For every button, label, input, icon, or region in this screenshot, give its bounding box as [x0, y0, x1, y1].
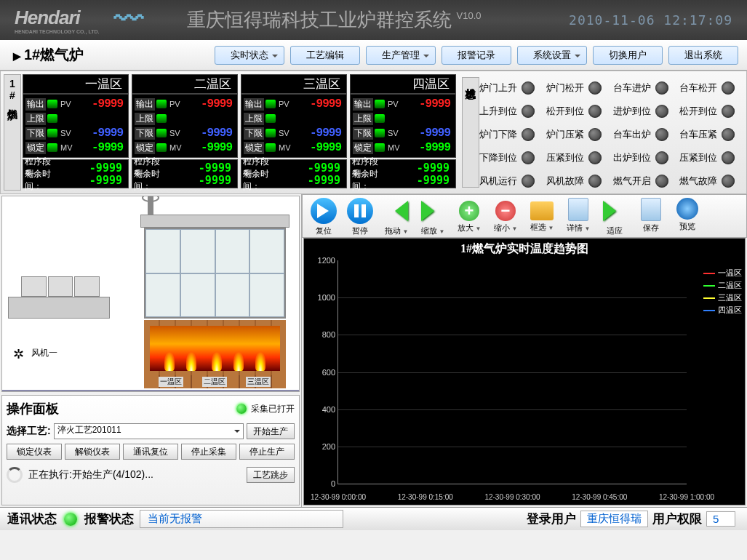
menu-1[interactable]: 工艺编辑: [290, 46, 360, 65]
tb-缩小[interactable]: 缩小 ▼: [487, 196, 524, 235]
system-version: V10.0: [457, 10, 482, 21]
y-tick: 400: [309, 405, 335, 414]
furnace-side-label: 1#燃气炉: [4, 74, 21, 191]
perm-label: 用户权限: [652, 511, 702, 527]
process-select-label: 选择工艺:: [7, 425, 51, 438]
legend-item: 四温区: [703, 305, 742, 316]
cp-btn-1[interactable]: 解锁仪表: [65, 444, 120, 460]
zone-2-foot-1: 剩余时间：-9999: [243, 174, 345, 186]
diagram-zone3-label: 三温区: [246, 377, 271, 387]
zone-0: 一温区 输出PV-9999上限下限SV-9999锁定MV-9999 程序段号：-…: [23, 74, 129, 191]
status-dot-icon: [588, 105, 602, 118]
mech-12: 下降到位: [479, 147, 539, 169]
status-dot-icon: [522, 128, 535, 141]
mech-status-panel: 机械状态 炉门上升炉门松开台车进炉台车松开上升到位松开到位进炉到位松开到位炉门下…: [458, 74, 743, 191]
status-dot-icon: [655, 105, 668, 118]
y-tick: 600: [309, 368, 335, 377]
zone-3: 四温区 输出PV-9999上限下限SV-9999锁定MV-9999 程序段号：-…: [350, 74, 456, 191]
tb-适应[interactable]: 适应: [596, 196, 633, 238]
mech-1: 炉门松开: [546, 77, 606, 99]
menu-4[interactable]: 系统设置: [517, 46, 587, 65]
led-icon: [47, 143, 57, 152]
tb-暂停[interactable]: 暂停: [342, 196, 378, 238]
cp-btn-3[interactable]: 停止采集: [181, 444, 236, 460]
process-select-value: 淬火工艺201011: [57, 425, 121, 435]
zone-2-row-2: 下限SV-9999: [244, 126, 344, 140]
logo-text: Hendari: [15, 7, 80, 28]
zone-3-foot-1: 剩余时间：-9999: [352, 174, 454, 186]
led-icon: [375, 100, 385, 108]
alarm-status-text: 当前无报警: [140, 510, 343, 528]
mech-5: 松开到位: [546, 100, 606, 122]
mech-6: 进炉到位: [613, 100, 673, 122]
zone-2: 三温区 输出PV-9999上限下限SV-9999锁定MV-9999 程序段号：-…: [241, 74, 347, 191]
menu-0[interactable]: 实时状态: [215, 46, 284, 65]
globe-icon: [676, 198, 698, 220]
zone-0-row-3: 锁定MV-9999: [25, 140, 126, 155]
comm-led-icon: [64, 513, 77, 526]
zone-3-row-0: 输出PV-9999: [353, 97, 453, 111]
x-tick: 12-30-99 0:15:00: [398, 493, 453, 501]
status-dot-icon: [522, 105, 535, 118]
tb-拖动[interactable]: 拖动 ▼: [378, 196, 415, 238]
status-dot-icon: [722, 128, 735, 141]
control-panel: 操作面板 采集已打开 选择工艺: 淬火工艺201011 开始生产 锁定仪表解锁仪…: [1, 395, 300, 505]
menu-2[interactable]: 生产管理: [366, 46, 436, 65]
tb-缩放[interactable]: 缩放 ▼: [415, 196, 451, 238]
zone-0-row-2: 下限SV-9999: [25, 126, 126, 140]
status-dot-icon: [588, 128, 602, 141]
led-icon: [156, 100, 167, 108]
menu-5[interactable]: 切换用户: [593, 46, 663, 65]
status-dot-icon: [588, 175, 602, 188]
mech-10: 台车出炉: [613, 124, 673, 145]
start-production-button[interactable]: 开始生产: [247, 423, 295, 439]
led-icon: [265, 143, 276, 152]
led-icon: [47, 100, 57, 108]
zone-3-head: 四温区: [350, 74, 456, 94]
menu-3[interactable]: 报警记录: [442, 46, 511, 65]
tb-复位[interactable]: 复位: [305, 196, 342, 238]
menu-6[interactable]: 退出系统: [668, 46, 738, 65]
y-tick: 0: [309, 479, 335, 488]
led-icon: [265, 114, 276, 123]
zone-1-foot-1: 剩余时间：-9999: [134, 174, 236, 186]
mech-7: 松开到位: [679, 100, 739, 122]
mech-19: 燃气故障: [679, 170, 739, 192]
tb-预览[interactable]: 预览: [669, 196, 706, 233]
led-icon: [47, 114, 57, 123]
tb-放大[interactable]: 放大 ▼: [451, 196, 487, 235]
led-icon: [265, 129, 276, 137]
cp-btn-2[interactable]: 通讯复位: [123, 444, 178, 460]
mech-9: 炉门压紧: [546, 124, 606, 145]
legend-swatch-icon: [703, 297, 715, 299]
zone-1: 二温区 输出PV-9999上限下限SV-9999锁定MV-9999 程序段号：-…: [132, 74, 238, 191]
user-label: 登录用户: [527, 511, 576, 527]
app-header: Hendari 〰 HENDARI TECHNOLOGY CO., LTD. 重…: [0, 0, 747, 40]
furnace-diagram: 一温区 二温区 三温区 ✲ 风机一: [1, 196, 300, 392]
cp-btn-4[interactable]: 停止生产: [239, 444, 295, 460]
status-dot-icon: [522, 151, 535, 164]
legend-item: 二温区: [703, 280, 742, 291]
tb-保存[interactable]: 保存: [633, 196, 669, 235]
tb-详情[interactable]: 详情 ▼: [560, 196, 596, 235]
zone-2-head: 三温区: [241, 74, 347, 94]
fan-label: 风机一: [31, 347, 57, 359]
status-dot-icon: [722, 105, 735, 118]
tb-框选[interactable]: 框选 ▼: [524, 196, 560, 234]
status-dot-icon: [522, 175, 535, 188]
zone-2-row-0: 输出PV-9999: [244, 97, 344, 111]
plus-icon: [459, 201, 479, 221]
chart-area[interactable]: 1#燃气炉实时温度趋势图 02004006008001000120012-30-…: [303, 238, 746, 505]
chart-plot[interactable]: 02004006008001000120012-30-99 0:00:0012-…: [337, 260, 687, 484]
zone-0-foot-1: 剩余时间：-9999: [25, 174, 127, 186]
zone-2-row-1: 上限: [244, 111, 344, 126]
process-select[interactable]: 淬火工艺201011: [54, 423, 244, 439]
mech-16: 风机运行: [479, 170, 539, 192]
mech-18: 燃气开启: [613, 170, 673, 192]
mech-3: 台车松开: [679, 77, 739, 99]
y-tick: 1000: [309, 293, 335, 302]
cp-btn-0[interactable]: 锁定仪表: [7, 444, 62, 460]
led-icon: [375, 114, 385, 123]
zone-1-row-2: 下限SV-9999: [135, 126, 235, 140]
process-jump-button[interactable]: 工艺跳步: [247, 467, 295, 483]
